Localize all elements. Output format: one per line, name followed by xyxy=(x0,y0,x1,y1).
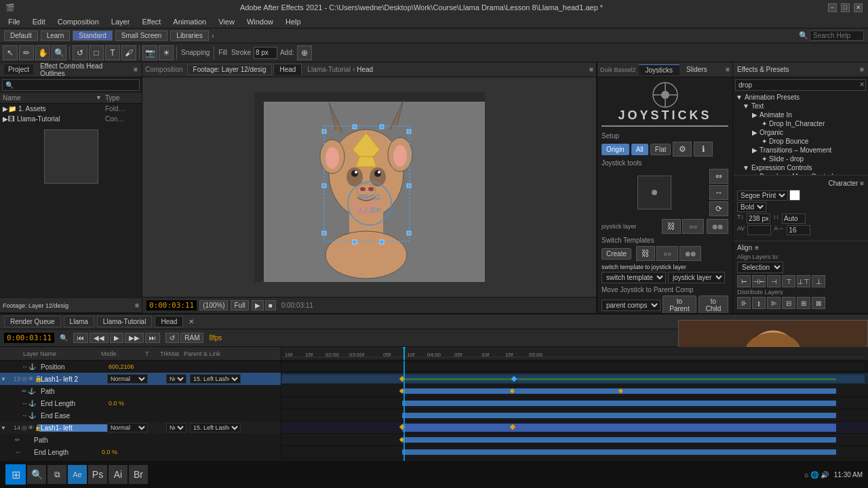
align-bottom-btn[interactable]: ⊥ xyxy=(812,275,825,287)
taskbar-br[interactable]: Br xyxy=(129,465,148,484)
layer-row-position1[interactable]: ↔ ⚓ Position 600,2106 xyxy=(0,361,281,373)
comp-tab-footage[interactable]: Footage: Layer 12/desig xyxy=(187,64,273,75)
parent-select-14[interactable]: 15. Left Lashe xyxy=(190,423,241,432)
menu-help[interactable]: Help xyxy=(280,16,307,27)
rotate-tool[interactable]: ↺ xyxy=(73,45,87,60)
char-menu[interactable]: ≡ xyxy=(860,180,864,187)
menu-layer[interactable]: Layer xyxy=(106,16,136,27)
settings-icon[interactable]: ⚙ xyxy=(673,142,692,157)
add-timeline-btn[interactable]: ✕ xyxy=(186,317,197,327)
trk-select-13[interactable]: None xyxy=(166,374,186,384)
switch-pair-2[interactable]: ⊗⊗ xyxy=(679,246,701,261)
pair-btn-2[interactable]: ⊗⊗ xyxy=(707,219,728,234)
menu-effect[interactable]: Effect xyxy=(136,16,166,27)
effects-organic[interactable]: ▶ Organic xyxy=(733,128,868,137)
search-input[interactable] xyxy=(810,30,864,41)
layer-row-endlen2[interactable]: ↔ End Length 0.0 % xyxy=(0,446,281,458)
switch-pair-1[interactable]: ○○ xyxy=(656,246,678,261)
effects-drop-in[interactable]: ✦ Drop In_Character xyxy=(733,119,868,128)
add-btn[interactable]: ⊕ xyxy=(297,45,312,60)
all-btn[interactable]: All xyxy=(631,144,648,155)
kern-input[interactable] xyxy=(747,225,771,235)
stroke-width-input[interactable] xyxy=(254,47,277,59)
align-to-select[interactable]: Selection xyxy=(737,262,783,273)
workspace-chevron[interactable]: › xyxy=(212,31,214,41)
align-vcenter-btn[interactable]: ⊥⊤ xyxy=(797,275,810,287)
comp-panel-menu[interactable]: ≡ xyxy=(589,66,593,73)
tl-first-frame[interactable]: ⏮ xyxy=(73,333,88,343)
effects-search-clear[interactable]: ✕ xyxy=(859,81,865,88)
dist-hcenter-btn[interactable]: ⫿ xyxy=(752,297,766,309)
zoom-tool[interactable]: 🔍 xyxy=(52,45,66,60)
camera-tool[interactable]: 📷 xyxy=(142,45,157,60)
workspace-small-screen[interactable]: Small Screen xyxy=(115,30,167,41)
panel-tab-effect-controls[interactable]: Effect Controls Head Outlines xyxy=(36,61,131,79)
align-menu[interactable]: ≡ xyxy=(755,244,759,251)
light-tool[interactable]: ☀ xyxy=(159,45,174,60)
info-icon[interactable]: ℹ xyxy=(694,142,713,157)
project-search-input[interactable] xyxy=(2,79,140,91)
tl-next-kf[interactable]: ▶▶ xyxy=(125,333,144,343)
font-select[interactable]: Segoe Print xyxy=(737,190,788,201)
text-color-swatch[interactable] xyxy=(789,190,800,201)
menu-file[interactable]: File xyxy=(3,16,26,27)
close-button[interactable]: ✕ xyxy=(854,3,863,12)
dist-left-btn[interactable]: ⊪ xyxy=(737,297,751,309)
pair-btn-1[interactable]: ○○ xyxy=(682,219,704,234)
joystick-layer-select[interactable]: joystick layer xyxy=(668,272,725,283)
project-item-llama[interactable]: ▶ 🎞 Llama-Tutorial Con… xyxy=(0,114,142,124)
align-right-btn[interactable]: ⊣ xyxy=(767,275,781,287)
tl-last-frame[interactable]: ⏭ xyxy=(145,333,160,343)
dist-top-btn[interactable]: ⊟ xyxy=(782,297,795,309)
panel-tab-project[interactable]: Project xyxy=(4,64,33,75)
layer-row-path2[interactable]: ✏ Path xyxy=(0,434,281,446)
weight-select[interactable]: Bold xyxy=(737,202,766,212)
origin-btn[interactable]: Origin xyxy=(601,144,629,155)
to-child-btn[interactable]: to Child xyxy=(698,296,728,313)
layer-row-path1[interactable]: ✏ ⚓ Path xyxy=(0,385,281,397)
taskbar-ps[interactable]: Ps xyxy=(88,465,107,484)
resolution-btn[interactable]: Full xyxy=(231,300,248,310)
effects-text[interactable]: ▼ Text xyxy=(733,102,868,110)
mode-select-14[interactable]: Normal xyxy=(107,423,148,432)
tl-play-pause[interactable]: ▶ xyxy=(110,333,123,343)
comp-tab-head[interactable]: Head xyxy=(273,64,302,75)
menu-composition[interactable]: Composition xyxy=(52,16,104,27)
dist-vcenter-btn[interactable]: ⊞ xyxy=(797,297,810,309)
timeline-tab-head[interactable]: Head xyxy=(155,316,183,327)
paint-tool[interactable]: 🖌 xyxy=(121,45,136,60)
shape-tool[interactable]: □ xyxy=(89,45,104,60)
tl-prev-kf[interactable]: ◀◀ xyxy=(90,333,108,343)
workspace-standard[interactable]: Standard xyxy=(73,30,113,41)
effects-animation-presets[interactable]: ▼ Animation Presets xyxy=(733,93,868,102)
workspace-libraries[interactable]: Libraries xyxy=(170,30,208,41)
windows-start-btn[interactable]: ⊞ xyxy=(5,464,26,485)
panel-menu-btn[interactable]: ≡ xyxy=(134,66,138,73)
parent-select-13[interactable]: 15. Left Lashe xyxy=(190,374,241,384)
tl-ram-preview[interactable]: RAM xyxy=(180,333,203,343)
effects-drop-bounce[interactable]: ✦ Drop Bounce xyxy=(733,137,868,146)
flat-btn[interactable]: Flat xyxy=(650,144,671,155)
pen-tool[interactable]: ✏ xyxy=(19,45,34,60)
dist-bottom-btn[interactable]: ⊠ xyxy=(812,297,825,309)
hand-tool[interactable]: ✋ xyxy=(35,45,50,60)
tab-joysticks[interactable]: Joysticks xyxy=(639,64,680,75)
layer-row-endlen1[interactable]: ↔ ⚓ End Length 0.0 % xyxy=(0,397,281,409)
joystick-area[interactable] xyxy=(637,176,671,209)
select-tool[interactable]: ↖ xyxy=(3,45,18,60)
timeline-tab-render[interactable]: Render Queue xyxy=(4,316,61,327)
trk-select-14[interactable]: None xyxy=(166,423,186,432)
menu-view[interactable]: View xyxy=(213,16,240,27)
menu-animation[interactable]: Animation xyxy=(167,16,212,27)
align-top-btn[interactable]: ⊤ xyxy=(782,275,795,287)
layer-row-13[interactable]: ▼ 13 ◎ 👁 🔒 Lash1- left 2 Normal None 15.… xyxy=(0,373,281,385)
effects-transitions[interactable]: ▶ Transitions – Movement xyxy=(733,146,868,155)
timeline-tab-llama-tutorial[interactable]: Llama-Tutorial xyxy=(97,316,153,327)
timeline-tab-llama[interactable]: Llama xyxy=(64,316,94,327)
tl-loop-btn[interactable]: ↺ xyxy=(165,333,179,343)
maximize-button[interactable]: □ xyxy=(841,3,850,12)
align-hcenter-btn[interactable]: ⊣⊢ xyxy=(752,275,766,287)
effects-search-input[interactable] xyxy=(735,79,866,91)
move-tool-icon[interactable]: ↔ xyxy=(709,185,728,200)
tracking-input[interactable] xyxy=(787,225,810,235)
